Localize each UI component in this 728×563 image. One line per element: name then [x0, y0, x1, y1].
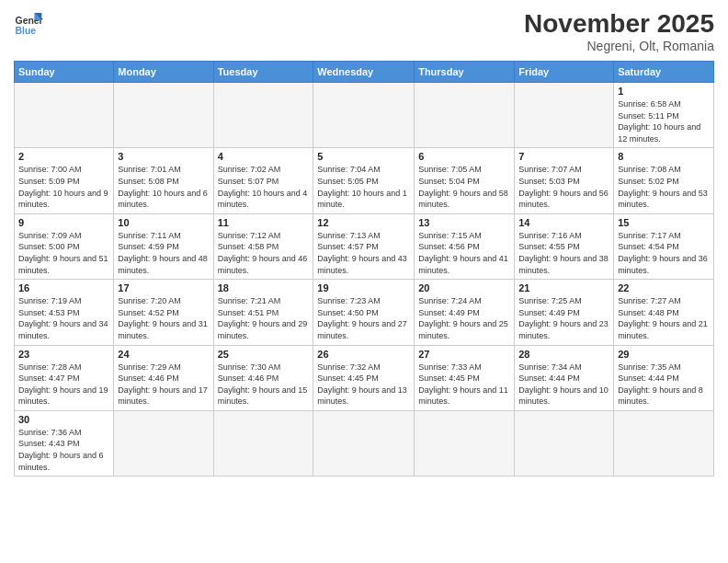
calendar-table: Sunday Monday Tuesday Wednesday Thursday… — [14, 61, 714, 477]
day-number: 6 — [418, 151, 510, 162]
day-info: Sunrise: 7:23 AM Sunset: 4:50 PM Dayligh… — [317, 295, 410, 341]
calendar-week-row: 2Sunrise: 7:00 AM Sunset: 5:09 PM Daylig… — [15, 148, 714, 213]
table-row: 1Sunrise: 6:58 AM Sunset: 5:11 PM Daylig… — [614, 83, 714, 148]
calendar-week-row: 1Sunrise: 6:58 AM Sunset: 5:11 PM Daylig… — [15, 83, 714, 148]
day-info: Sunrise: 7:25 AM Sunset: 4:49 PM Dayligh… — [518, 295, 609, 341]
day-info: Sunrise: 7:19 AM Sunset: 4:53 PM Dayligh… — [18, 295, 109, 341]
table-row: 17Sunrise: 7:20 AM Sunset: 4:52 PM Dayli… — [114, 280, 213, 345]
table-row — [614, 410, 714, 476]
day-number: 12 — [317, 217, 410, 228]
day-number: 21 — [518, 282, 609, 293]
table-row: 19Sunrise: 7:23 AM Sunset: 4:50 PM Dayli… — [313, 280, 415, 345]
logo-icon: General Blue — [14, 9, 43, 39]
table-row: 30Sunrise: 7:36 AM Sunset: 4:43 PM Dayli… — [15, 410, 114, 476]
header-saturday: Saturday — [614, 62, 714, 83]
day-info: Sunrise: 7:27 AM Sunset: 4:48 PM Dayligh… — [618, 295, 710, 341]
table-row — [213, 410, 313, 476]
day-info: Sunrise: 7:24 AM Sunset: 4:49 PM Dayligh… — [418, 295, 510, 341]
day-info: Sunrise: 7:28 AM Sunset: 4:47 PM Dayligh… — [18, 362, 109, 408]
table-row: 4Sunrise: 7:02 AM Sunset: 5:07 PM Daylig… — [213, 148, 313, 213]
day-number: 15 — [618, 217, 710, 228]
table-row: 16Sunrise: 7:19 AM Sunset: 4:53 PM Dayli… — [15, 280, 114, 345]
table-row: 21Sunrise: 7:25 AM Sunset: 4:49 PM Dayli… — [515, 280, 614, 345]
day-number: 19 — [317, 282, 410, 293]
day-info: Sunrise: 7:00 AM Sunset: 5:09 PM Dayligh… — [18, 164, 109, 210]
day-info: Sunrise: 7:07 AM Sunset: 5:03 PM Dayligh… — [518, 164, 609, 210]
table-row — [415, 83, 515, 148]
day-number: 13 — [418, 217, 510, 228]
table-row: 23Sunrise: 7:28 AM Sunset: 4:47 PM Dayli… — [15, 345, 114, 410]
month-title: November 2025 — [524, 9, 714, 39]
day-number: 10 — [118, 217, 209, 228]
day-number: 8 — [618, 151, 710, 162]
day-number: 26 — [317, 349, 410, 360]
day-number: 2 — [18, 151, 109, 162]
day-number: 17 — [118, 282, 209, 293]
day-info: Sunrise: 7:17 AM Sunset: 4:54 PM Dayligh… — [618, 230, 710, 276]
day-info: Sunrise: 7:01 AM Sunset: 5:08 PM Dayligh… — [118, 164, 209, 210]
day-info: Sunrise: 7:34 AM Sunset: 4:44 PM Dayligh… — [518, 362, 609, 408]
day-number: 14 — [518, 217, 609, 228]
table-row — [515, 410, 614, 476]
day-info: Sunrise: 7:05 AM Sunset: 5:04 PM Dayligh… — [418, 164, 510, 210]
calendar-week-row: 30Sunrise: 7:36 AM Sunset: 4:43 PM Dayli… — [15, 410, 714, 476]
svg-text:Blue: Blue — [16, 26, 37, 36]
day-number: 9 — [18, 217, 109, 228]
table-row: 18Sunrise: 7:21 AM Sunset: 4:51 PM Dayli… — [213, 280, 313, 345]
calendar-week-row: 23Sunrise: 7:28 AM Sunset: 4:47 PM Dayli… — [15, 345, 714, 410]
day-info: Sunrise: 7:08 AM Sunset: 5:02 PM Dayligh… — [618, 164, 710, 210]
day-info: Sunrise: 7:04 AM Sunset: 5:05 PM Dayligh… — [317, 164, 410, 210]
header-monday: Monday — [114, 62, 213, 83]
day-number: 4 — [218, 151, 310, 162]
day-info: Sunrise: 6:58 AM Sunset: 5:11 PM Dayligh… — [618, 98, 710, 144]
day-number: 22 — [618, 282, 710, 293]
table-row: 14Sunrise: 7:16 AM Sunset: 4:55 PM Dayli… — [515, 213, 614, 279]
table-row: 25Sunrise: 7:30 AM Sunset: 4:46 PM Dayli… — [213, 345, 313, 410]
day-info: Sunrise: 7:02 AM Sunset: 5:07 PM Dayligh… — [218, 164, 310, 210]
day-number: 18 — [218, 282, 310, 293]
day-info: Sunrise: 7:16 AM Sunset: 4:55 PM Dayligh… — [518, 230, 609, 276]
header-thursday: Thursday — [415, 62, 515, 83]
table-row: 27Sunrise: 7:33 AM Sunset: 4:45 PM Dayli… — [415, 345, 515, 410]
day-info: Sunrise: 7:11 AM Sunset: 4:59 PM Dayligh… — [118, 230, 209, 276]
table-row: 20Sunrise: 7:24 AM Sunset: 4:49 PM Dayli… — [415, 280, 515, 345]
table-row: 15Sunrise: 7:17 AM Sunset: 4:54 PM Dayli… — [614, 213, 714, 279]
table-row: 24Sunrise: 7:29 AM Sunset: 4:46 PM Dayli… — [114, 345, 213, 410]
calendar-header-row: Sunday Monday Tuesday Wednesday Thursday… — [15, 62, 714, 83]
day-number: 20 — [418, 282, 510, 293]
table-row — [114, 410, 213, 476]
table-row — [213, 83, 313, 148]
table-row — [313, 83, 415, 148]
table-row: 29Sunrise: 7:35 AM Sunset: 4:44 PM Dayli… — [614, 345, 714, 410]
header-wednesday: Wednesday — [313, 62, 415, 83]
table-row: 9Sunrise: 7:09 AM Sunset: 5:00 PM Daylig… — [15, 213, 114, 279]
table-row: 7Sunrise: 7:07 AM Sunset: 5:03 PM Daylig… — [515, 148, 614, 213]
day-info: Sunrise: 7:15 AM Sunset: 4:56 PM Dayligh… — [418, 230, 510, 276]
day-info: Sunrise: 7:32 AM Sunset: 4:45 PM Dayligh… — [317, 362, 410, 408]
table-row: 26Sunrise: 7:32 AM Sunset: 4:45 PM Dayli… — [313, 345, 415, 410]
day-number: 28 — [518, 349, 609, 360]
day-info: Sunrise: 7:09 AM Sunset: 5:00 PM Dayligh… — [18, 230, 109, 276]
header-friday: Friday — [515, 62, 614, 83]
header-tuesday: Tuesday — [213, 62, 313, 83]
day-info: Sunrise: 7:30 AM Sunset: 4:46 PM Dayligh… — [218, 362, 310, 408]
day-info: Sunrise: 7:20 AM Sunset: 4:52 PM Dayligh… — [118, 295, 209, 341]
day-info: Sunrise: 7:12 AM Sunset: 4:58 PM Dayligh… — [218, 230, 310, 276]
table-row: 10Sunrise: 7:11 AM Sunset: 4:59 PM Dayli… — [114, 213, 213, 279]
subtitle: Negreni, Olt, Romania — [524, 39, 714, 53]
calendar-week-row: 16Sunrise: 7:19 AM Sunset: 4:53 PM Dayli… — [15, 280, 714, 345]
page-header: General Blue November 2025 Negreni, Olt,… — [14, 9, 714, 53]
day-number: 16 — [18, 282, 109, 293]
day-info: Sunrise: 7:29 AM Sunset: 4:46 PM Dayligh… — [118, 362, 209, 408]
day-info: Sunrise: 7:13 AM Sunset: 4:57 PM Dayligh… — [317, 230, 410, 276]
day-number: 29 — [618, 349, 710, 360]
table-row — [415, 410, 515, 476]
table-row: 28Sunrise: 7:34 AM Sunset: 4:44 PM Dayli… — [515, 345, 614, 410]
day-number: 27 — [418, 349, 510, 360]
day-number: 5 — [317, 151, 410, 162]
table-row — [114, 83, 213, 148]
day-number: 3 — [118, 151, 209, 162]
table-row: 2Sunrise: 7:00 AM Sunset: 5:09 PM Daylig… — [15, 148, 114, 213]
day-number: 24 — [118, 349, 209, 360]
calendar-week-row: 9Sunrise: 7:09 AM Sunset: 5:00 PM Daylig… — [15, 213, 714, 279]
